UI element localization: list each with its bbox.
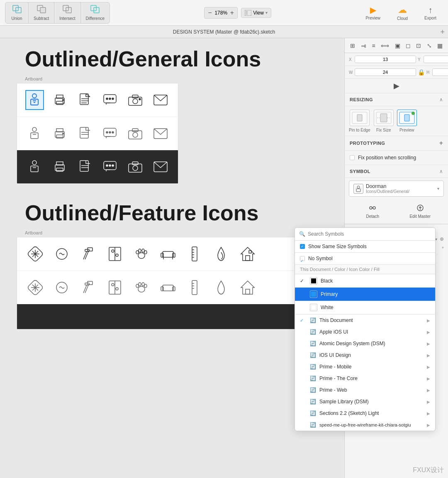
lib-speed[interactable]: 🔄 speed-me-up-free-wireframe-kit-chiara-… [295, 419, 435, 431]
h-input[interactable] [432, 68, 448, 76]
symbol-row[interactable]: Doorman Icons/Outlined/General/ ▾ [349, 180, 444, 197]
panel-nav-scale[interactable]: ⤡ [427, 42, 432, 49]
this-doc-arrow: ▶ [427, 318, 430, 323]
union-button[interactable]: Union [5, 2, 29, 23]
view-button[interactable]: View ▾ [241, 8, 271, 18]
printer-icon-dark[interactable] [51, 157, 69, 177]
edit-master-button[interactable]: Edit Master [397, 202, 444, 220]
lib-ios-ui-design[interactable]: 🔄 iOS UI Design ▶ [295, 349, 435, 361]
zoom-out-button[interactable]: − [208, 9, 212, 17]
panel-icon-2[interactable] [105, 278, 125, 298]
artboard-2[interactable] [17, 237, 299, 329]
lib-atomic[interactable]: 🔄 Atomic Design System (DSM) ▶ [295, 338, 435, 349]
camera-icon-2[interactable] [126, 124, 145, 144]
w-input[interactable] [355, 68, 416, 76]
fix-size-option[interactable]: Fix Size [374, 110, 394, 132]
artboard-1[interactable] [17, 83, 178, 184]
cloud-button[interactable]: ☁ Cloud [390, 3, 414, 22]
lib-sections[interactable]: 🔄 Sections 2.2 (Sketch) Light ▶ [295, 407, 435, 419]
document-icon-1[interactable] [76, 90, 95, 110]
panel-nav-align-left[interactable]: ⫥ [360, 42, 366, 49]
zoom-in-button[interactable]: + [230, 9, 234, 17]
panel-nav-distribute[interactable]: ⟺ [381, 42, 389, 49]
doorman-icon-dark[interactable] [25, 157, 44, 177]
symbol-toggle[interactable]: ∧ [439, 168, 443, 174]
doorman-icon-2[interactable] [25, 124, 44, 144]
flame-icon-2[interactable] [211, 278, 231, 298]
color-black-option[interactable]: ✓ Black [295, 274, 435, 288]
override-chevron-2[interactable]: ▾ [442, 245, 444, 250]
panel-nav-ungroup[interactable]: ◻ [406, 42, 411, 49]
printer-icon-1[interactable] [51, 90, 69, 110]
flame-icon[interactable] [211, 244, 231, 264]
chat-icon-dark[interactable] [101, 157, 119, 177]
lib-this-doc[interactable]: ✓ 🔄 This Document ▶ [295, 315, 435, 326]
camera-icon-1[interactable] [126, 90, 145, 110]
preview-resize-option[interactable]: Preview [397, 110, 417, 132]
lib-sample[interactable]: 🔄 Sample Library (DSM) ▶ [295, 396, 435, 407]
camera-icon-dark[interactable] [126, 157, 145, 177]
snowflake-icon[interactable] [25, 244, 45, 264]
document-icon-2[interactable] [75, 124, 94, 144]
printer-icon-2[interactable] [51, 124, 69, 144]
present-button[interactable]: ▶ [394, 81, 399, 90]
preview-button[interactable]: ▶ Preview [359, 3, 387, 22]
document-icon-dark[interactable] [75, 157, 94, 177]
show-same-size-row[interactable]: ✓ Show Same Size Symbols [295, 241, 435, 253]
panel-nav-align-center[interactable]: ≡ [372, 42, 375, 49]
symbol-search-input[interactable] [308, 231, 431, 237]
no-symbol-checkbox[interactable]: ✓ [300, 256, 305, 261]
paw-icon[interactable] [131, 244, 151, 264]
show-same-size-checkbox[interactable]: ✓ [300, 244, 305, 249]
hammer-icon[interactable] [78, 244, 98, 264]
snowflake-icon-2[interactable] [25, 278, 45, 298]
x-input[interactable] [355, 56, 416, 63]
y-input[interactable] [424, 56, 448, 63]
sofa-icon-2[interactable] [158, 278, 178, 298]
paw-icon-2[interactable] [131, 278, 151, 298]
hotplate-icon[interactable] [52, 244, 72, 264]
coord-y-group: Y [418, 56, 448, 63]
panel-nav-last[interactable]: ▦ [437, 42, 443, 49]
lib-prime-web[interactable]: 🔄 Prime - Web ▶ [295, 384, 435, 396]
lib-apple-ios[interactable]: 🔄 Apple iOS UI ▶ [295, 326, 435, 338]
mail-icon-1[interactable] [151, 90, 170, 110]
house-icon[interactable] [238, 244, 258, 264]
house-icon-2[interactable] [238, 278, 258, 298]
mail-icon-2[interactable] [151, 124, 170, 144]
override-add-1[interactable]: ⊕ [440, 236, 444, 242]
chat-icon-1[interactable] [101, 90, 119, 110]
canvas[interactable]: Outlined/General Icons Artboard [0, 38, 344, 478]
lock-icon[interactable]: 🔒 [418, 69, 425, 76]
panel-icon[interactable] [105, 244, 125, 264]
prototyping-add-button[interactable]: + [439, 139, 443, 147]
panel-nav-arrange[interactable]: ⊞ [350, 42, 355, 49]
no-symbol-row[interactable]: ✓ No Symbol [295, 253, 435, 265]
color-white-option[interactable]: White [295, 301, 435, 315]
export-button[interactable]: ↑ Export [418, 4, 443, 22]
pin-to-edge-option[interactable]: Pin to Edge [349, 110, 370, 132]
intersect-button[interactable]: Intersect [54, 2, 80, 23]
hotplate-icon-2[interactable] [52, 278, 72, 298]
lib-prime-core[interactable]: 🔄 Prime - The Core ▶ [295, 373, 435, 384]
color-primary-option[interactable]: Primary [295, 288, 435, 301]
doorman-icon-selected[interactable] [25, 90, 44, 110]
symbol-dropdown-chevron[interactable]: ▾ [437, 186, 439, 191]
fix-scroll-checkbox[interactable] [350, 155, 355, 160]
detach-button[interactable]: Detach [349, 202, 397, 220]
subtract-button[interactable]: Subtract [29, 2, 54, 23]
difference-button[interactable]: Difference [81, 2, 110, 23]
primary-swatch [311, 292, 316, 297]
sofa-icon[interactable] [158, 244, 178, 264]
lib-prime-mobile[interactable]: 🔄 Prime - Mobile ▶ [295, 361, 435, 373]
panel-nav-more[interactable]: ⊡ [416, 42, 421, 49]
mail-icon-dark[interactable] [151, 157, 170, 177]
ruler-icon-2[interactable] [185, 278, 205, 298]
panel-nav-group[interactable]: ▣ [395, 42, 400, 49]
chat-icon-2[interactable] [101, 124, 119, 144]
zoom-control[interactable]: − 178% + [204, 7, 238, 19]
resizing-toggle[interactable]: ∧ [439, 97, 443, 102]
hammer-icon-2[interactable] [78, 278, 98, 298]
add-tab-button[interactable]: + [440, 27, 445, 36]
ruler-icon[interactable] [185, 244, 205, 264]
